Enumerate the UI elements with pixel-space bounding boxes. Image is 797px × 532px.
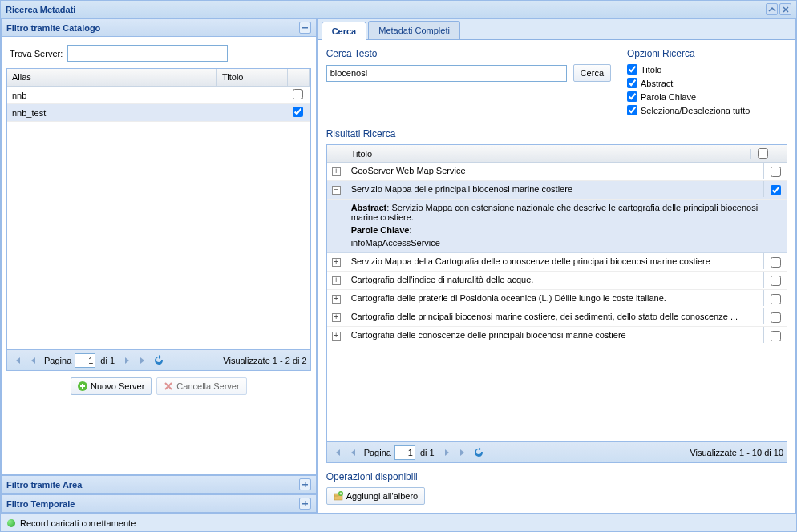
svg-rect-3 (305, 482, 306, 487)
result-title: Cartografia delle principali biocenosi m… (346, 308, 764, 324)
result-row[interactable]: + GeoServer Web Map Service (327, 163, 787, 181)
result-title: Servizio Mappa della Cartografia delle c… (346, 253, 764, 269)
new-server-label: Nuovo Server (91, 381, 144, 391)
next-page-button[interactable] (119, 353, 134, 368)
result-row[interactable]: − Servizio Mappa delle principali biocen… (327, 181, 787, 200)
refresh-button[interactable] (152, 353, 166, 368)
last-page-button[interactable] (455, 445, 470, 460)
page-of-label: di 1 (100, 356, 115, 365)
option-selectall-checkbox[interactable] (627, 105, 637, 115)
results-column-titolo[interactable]: Titolo (346, 149, 751, 159)
collapse-icon[interactable] (299, 22, 311, 34)
next-page-button[interactable] (439, 445, 454, 460)
keywords-label: Parole Chiave (351, 225, 410, 235)
metadata-search-window: Ricerca Metadati Filtro tramite Catalogo (0, 0, 797, 532)
server-alias: nnb_test (7, 108, 217, 118)
expand-icon[interactable] (299, 478, 311, 490)
result-checkbox[interactable] (771, 185, 781, 195)
accordion-header-temporal[interactable]: Filtro Temporale (2, 495, 316, 513)
result-checkbox[interactable] (771, 331, 781, 341)
results-selectall-checkbox[interactable] (758, 148, 768, 159)
expand-row-button[interactable]: + (332, 167, 341, 176)
accordion-header-catalog[interactable]: Filtro tramite Catalogo (2, 19, 316, 37)
accordion-header-area[interactable]: Filtro tramite Area (2, 476, 316, 494)
close-button[interactable] (779, 3, 791, 15)
result-checkbox[interactable] (771, 294, 781, 304)
option-title-checkbox[interactable] (627, 64, 637, 75)
server-checkbox[interactable] (293, 89, 303, 99)
status-message: Record caricati correttamente (20, 518, 136, 528)
prev-page-button[interactable] (346, 445, 361, 460)
add-to-tree-button[interactable]: Aggiungi all'albero (326, 487, 426, 505)
result-row[interactable]: + Cartografia dell'indice di naturalità … (327, 272, 787, 290)
collapse-up-button[interactable] (766, 3, 778, 15)
tabstrip: Cerca Metadati Completi (318, 19, 795, 40)
server-row[interactable]: nnb_test (7, 104, 310, 122)
expand-row-button[interactable]: + (332, 295, 341, 304)
new-server-button[interactable]: Nuovo Server (71, 377, 152, 395)
statusbar: Record caricati correttamente (1, 514, 796, 531)
expand-icon[interactable] (299, 498, 311, 510)
first-page-button[interactable] (10, 353, 25, 368)
option-title-label: Titolo (641, 65, 662, 75)
server-grid: Alias Titolo nnb nnb_test (6, 68, 311, 371)
result-title: Cartografia dell'indice di naturalità de… (346, 272, 764, 288)
page-of-label: di 1 (420, 448, 435, 457)
find-server-input[interactable] (67, 45, 228, 62)
expand-row-button[interactable]: + (332, 332, 341, 341)
result-checkbox[interactable] (771, 167, 781, 177)
option-keyword-checkbox[interactable] (627, 91, 637, 102)
search-text-title: Cerca Testo (326, 48, 611, 59)
expand-row-button[interactable]: + (332, 258, 341, 267)
tab-full-metadata[interactable]: Metadati Completi (368, 21, 460, 39)
search-options-title: Opzioni Ricerca (627, 48, 787, 59)
page-label: Pagina (44, 356, 71, 365)
expand-row-button[interactable]: + (332, 313, 341, 322)
accordion-catalog: Filtro tramite Catalogo Trova Server: Al… (1, 18, 317, 475)
operations-title: Operazioni disponibili (326, 471, 787, 482)
search-text-input[interactable] (326, 65, 567, 82)
prev-page-button[interactable] (26, 353, 41, 368)
accordion-area: Filtro tramite Area (1, 475, 317, 494)
status-ok-icon (7, 519, 15, 527)
result-title: GeoServer Web Map Service (346, 163, 764, 179)
first-page-button[interactable] (330, 445, 345, 460)
page-number-input[interactable] (394, 445, 415, 460)
svg-rect-7 (334, 494, 338, 496)
result-row[interactable]: + Cartografia delle praterie di Posidoni… (327, 290, 787, 308)
result-row[interactable]: + Cartografia delle principali biocenosi… (327, 308, 787, 327)
expand-row-button[interactable]: + (332, 276, 341, 285)
result-checkbox[interactable] (771, 276, 781, 286)
page-label: Pagina (364, 448, 391, 457)
titlebar: Ricerca Metadati (1, 1, 796, 18)
server-paging-toolbar: Pagina di 1 Visualizzate 1 - 2 di 2 (7, 349, 310, 370)
result-checkbox[interactable] (771, 257, 781, 268)
option-selectall-label: Seleziona/Deseleziona tutto (641, 106, 750, 115)
collapse-row-button[interactable]: − (332, 186, 341, 195)
server-row[interactable]: nnb (7, 87, 310, 104)
search-button[interactable]: Cerca (573, 64, 611, 82)
page-number-input[interactable] (75, 353, 95, 368)
option-abstract-checkbox[interactable] (627, 78, 637, 88)
delete-server-label: Cancella Server (176, 381, 239, 391)
keywords-text: infoMapAccessService (351, 238, 782, 248)
result-title: Cartografia delle praterie di Posidonia … (346, 290, 764, 306)
result-title: Cartografia delle conoscenze delle princ… (346, 327, 764, 343)
tab-search[interactable]: Cerca (322, 22, 367, 40)
column-header-titolo[interactable]: Titolo (217, 69, 288, 86)
result-checkbox[interactable] (771, 312, 781, 323)
last-page-button[interactable] (136, 353, 150, 368)
result-row[interactable]: + Cartografia delle conoscenze delle pri… (327, 327, 787, 345)
svg-rect-0 (302, 27, 308, 29)
refresh-button[interactable] (471, 445, 486, 460)
result-row[interactable]: + Servizio Mappa della Cartografia delle… (327, 253, 787, 272)
column-header-alias[interactable]: Alias (7, 69, 217, 86)
delete-server-button[interactable]: Cancella Server (156, 377, 246, 395)
results-paging-toolbar: Pagina di 1 Visualizzate 1 - 10 di 10 (327, 441, 787, 462)
results-grid: Titolo + GeoServer Web Map Service (326, 144, 787, 463)
svg-rect-5 (305, 501, 306, 506)
accordion-temporal: Filtro Temporale (1, 494, 317, 514)
result-title: Servizio Mappa delle principali biocenos… (346, 181, 764, 197)
server-checkbox[interactable] (293, 107, 303, 117)
right-panel: Cerca Metadati Completi Cerca Testo Cerc… (318, 18, 796, 514)
